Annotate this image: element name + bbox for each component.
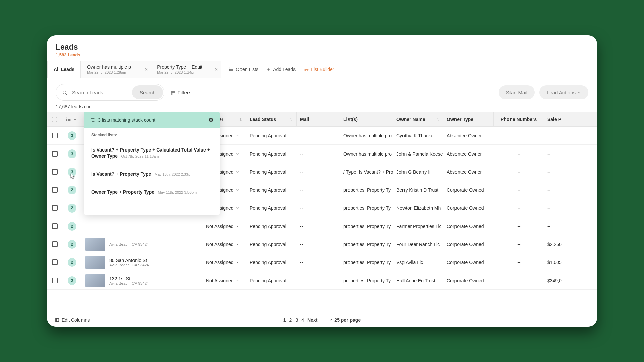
owner-type-value: Corporate Owned [447, 224, 484, 229]
sort-icon[interactable]: ⇅ [437, 118, 440, 121]
page-3[interactable]: 3 [295, 317, 298, 323]
row-checkbox[interactable] [52, 278, 58, 283]
col-lead-status[interactable]: Lead Status [250, 117, 276, 122]
owner-name-value: Vsg Avila Llc [396, 260, 423, 265]
start-mail-button[interactable]: Start Mail [499, 85, 535, 99]
lead-status-value: Pending Approval [250, 224, 286, 229]
stack-badge[interactable]: 2 [68, 222, 76, 231]
edit-columns-button[interactable]: Edit Columns [55, 317, 90, 323]
tab-timestamp: Mar 22nd, 2023 1:34pm [157, 70, 209, 74]
search-input[interactable] [71, 85, 131, 99]
lead-owner-value[interactable]: Not Assigned [206, 278, 234, 283]
table-row[interactable]: 2 132 1st StAvila Beach, CA 93424 Not As… [47, 272, 597, 290]
chevron-down-icon[interactable] [236, 188, 239, 192]
row-checkbox[interactable] [52, 241, 58, 247]
svg-point-4 [229, 69, 229, 69]
next-page[interactable]: Next [307, 317, 317, 323]
chevron-down-icon[interactable] [236, 206, 239, 210]
chevron-down-icon[interactable] [236, 224, 239, 228]
filters-button[interactable]: Filters [170, 89, 192, 95]
lists-value: Owner has multiple pro [343, 151, 392, 157]
chevron-down-icon[interactable] [236, 242, 239, 246]
sort-icon[interactable]: ⇅ [240, 118, 243, 121]
sale-value: -- [547, 224, 550, 229]
stack-badge[interactable]: 2 [68, 240, 76, 249]
owner-type-value: Absentee Owner [447, 151, 482, 157]
row-checkbox[interactable] [52, 259, 58, 265]
property-city: Avila Beach, CA 93424 [109, 242, 149, 246]
add-leads-label: Add Leads [273, 67, 296, 72]
tab-1[interactable]: Owner has multiple p Mar 22nd, 2023 1:28… [80, 61, 151, 78]
sort-icon[interactable]: ⇅ [290, 118, 293, 121]
toolbar: Search Filters Start Mail Lead Actions [47, 78, 597, 104]
col-lists[interactable]: List(s) [343, 117, 358, 122]
tab-timestamp: Mar 22nd, 2023 1:28pm [87, 70, 139, 74]
property-address: 132 1st St [109, 276, 149, 281]
owner-type-value: Corporate Owned [447, 205, 484, 211]
table-row[interactable]: 2 Not Assigned Pending Approval -- prope… [47, 217, 597, 235]
select-all-checkbox[interactable] [52, 117, 57, 122]
col-owner-type[interactable]: Owner Type [447, 117, 473, 122]
col-owner-name[interactable]: Owner Name [396, 117, 425, 122]
close-icon[interactable]: ✕ [144, 67, 148, 72]
row-checkbox[interactable] [52, 205, 58, 211]
property-cell[interactable]: Avila Beach, CA 93424 [85, 238, 149, 251]
per-page-select[interactable]: 25 per page [329, 317, 361, 323]
phone-value: -- [517, 224, 520, 229]
page-1[interactable]: 1 [283, 317, 286, 323]
chevron-down-icon[interactable] [236, 279, 239, 282]
chevron-down-icon[interactable] [236, 134, 239, 137]
lead-owner-value[interactable]: Not Assigned [206, 260, 234, 265]
svg-point-24 [67, 118, 67, 118]
stack-badge[interactable]: 2 [68, 258, 76, 267]
list-builder-action[interactable]: List Builder [304, 67, 334, 72]
svg-point-5 [229, 70, 229, 71]
stack-badge[interactable]: 2 [68, 204, 76, 213]
stacked-list-item[interactable]: Is Vacant? + Property Type May 16th, 202… [91, 165, 212, 183]
stack-badge[interactable]: 2 [68, 186, 76, 194]
property-cell[interactable]: 80 San Antonio StAvila Beach, CA 93424 [85, 256, 149, 269]
tab-0[interactable]: All Leads [47, 61, 81, 78]
owner-name-value: Newton Elizabeth Mh [396, 205, 441, 211]
col-phone[interactable]: Phone Numbers [501, 117, 537, 122]
chevron-down-icon[interactable] [236, 260, 239, 264]
lists-value: properties, Property Ty [343, 205, 391, 211]
tab-2[interactable]: Property Type + Equit Mar 22nd, 2023 1:3… [151, 61, 221, 78]
search-button[interactable]: Search [132, 85, 163, 99]
row-checkbox[interactable] [52, 187, 58, 193]
chevron-down-icon[interactable] [236, 152, 239, 156]
tab-label: Property Type + Equit [157, 64, 209, 70]
stack-badge[interactable]: 3 [68, 131, 76, 140]
tabs-row: All Leads Owner has multiple p Mar 22nd,… [47, 61, 597, 78]
lead-actions-button[interactable]: Lead Actions [539, 85, 588, 99]
page-4[interactable]: 4 [301, 317, 304, 323]
list-icon [228, 67, 234, 72]
stacked-list-item[interactable]: Owner Type + Property Type May 11th, 202… [91, 183, 212, 201]
col-mail[interactable]: Mail [300, 117, 309, 122]
stack-badge[interactable]: 3 [68, 168, 76, 176]
col-sale[interactable]: Sale P [547, 117, 561, 122]
stack-column-header[interactable] [66, 117, 78, 122]
open-lists-action[interactable]: Open Lists [228, 67, 258, 72]
property-cell[interactable]: 132 1st StAvila Beach, CA 93424 [85, 274, 149, 287]
table-row[interactable]: 2 80 San Antonio StAvila Beach, CA 93424… [47, 253, 597, 272]
lead-owner-value[interactable]: Not Assigned [206, 224, 234, 229]
row-checkbox[interactable] [52, 223, 58, 229]
owner-name-value: Cynthia K Thacker [396, 133, 435, 138]
add-leads-action[interactable]: Add Leads [266, 67, 296, 72]
svg-point-25 [67, 119, 67, 120]
chevron-down-icon[interactable] [236, 170, 239, 174]
close-icon[interactable]: ✕ [214, 67, 218, 72]
page-2[interactable]: 2 [289, 317, 292, 323]
table-row[interactable]: 2 Avila Beach, CA 93424 Not Assigned Pen… [47, 235, 597, 253]
lead-status-value: Pending Approval [250, 242, 286, 247]
stack-badge[interactable]: 2 [68, 276, 76, 285]
row-checkbox[interactable] [52, 151, 58, 157]
leads-table: Lead Owner⇅ Lead Status⇅ Mail List(s) Ow… [47, 112, 597, 313]
row-checkbox[interactable] [52, 133, 58, 138]
lead-owner-value[interactable]: Not Assigned [206, 242, 234, 247]
row-checkbox[interactable] [52, 169, 58, 175]
stack-badge[interactable]: 3 [68, 149, 76, 158]
gear-icon[interactable] [208, 117, 214, 123]
stacked-list-item[interactable]: Is Vacant? + Property Type + Calculated … [91, 141, 212, 165]
